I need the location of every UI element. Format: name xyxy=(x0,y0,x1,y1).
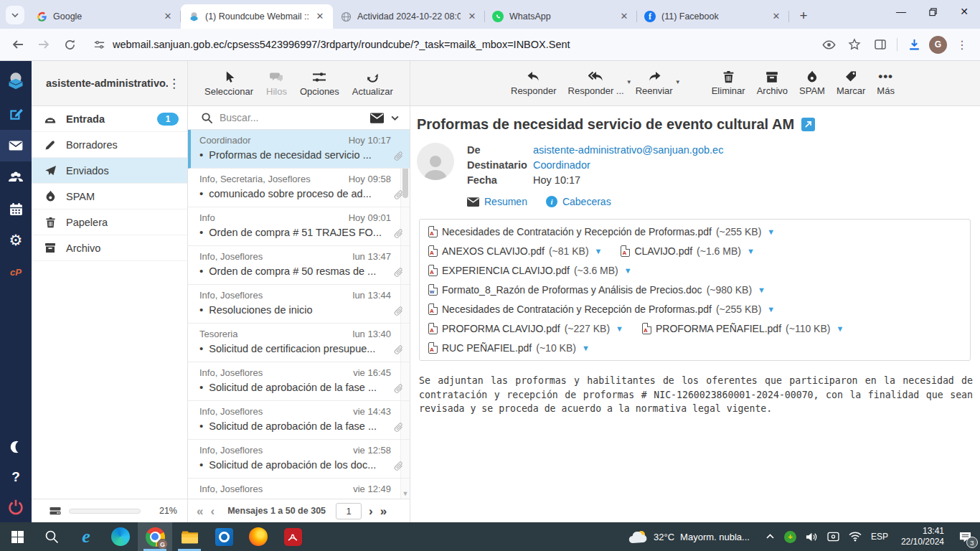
attachment-menu-caret[interactable]: ▼ xyxy=(767,305,775,314)
tab-close-icon[interactable]: ✕ xyxy=(162,11,174,22)
tab-whatsapp[interactable]: WhatsApp ✕ xyxy=(485,4,637,29)
forward-menu-caret[interactable]: ▼ xyxy=(675,79,681,85)
reload-button[interactable] xyxy=(59,34,80,55)
tab-google[interactable]: Google ✕ xyxy=(29,4,181,29)
profile-avatar[interactable]: G xyxy=(929,36,947,54)
unread-dot-icon[interactable]: • xyxy=(199,187,203,199)
message-row[interactable]: Info, Joseflores vie 12:49 • xyxy=(188,479,410,499)
message-row[interactable]: Coordinador Hoy 10:17 • Proformas de nec… xyxy=(188,130,410,169)
message-row[interactable]: Info, Joseflores lun 13:47 • Orden de co… xyxy=(188,246,410,285)
antivirus-tray-icon[interactable]: + xyxy=(784,531,796,543)
message-row[interactable]: Info, Joseflores vie 12:58 • Solicitud d… xyxy=(188,440,410,479)
next-page-icon[interactable]: › xyxy=(369,505,373,517)
reply-all-menu-caret[interactable]: ▼ xyxy=(626,79,632,85)
tab-actividad[interactable]: Actividad 2024-10-22 08:00 ✕ xyxy=(333,4,485,29)
tab-roundcube-active[interactable]: (1) Roundcube Webmail :: En ✕ xyxy=(181,4,333,29)
attachment[interactable]: A PROFORMA PEÑAFIEL.pdf (~110 KB) ▼ xyxy=(642,323,844,334)
attachment[interactable]: A ANEXOS CLAVIJO.pdf (~81 KB) ▼ xyxy=(428,245,602,257)
attachment-name[interactable]: RUC PEÑAFIEL.pdf xyxy=(442,342,532,354)
to-address-link[interactable]: Coordinador xyxy=(533,159,590,171)
folder-spam[interactable]: SPAM xyxy=(32,184,187,209)
page-number-input[interactable]: 1 xyxy=(336,503,362,519)
downloads-button[interactable] xyxy=(903,34,925,55)
new-tab-button[interactable]: + xyxy=(793,6,814,26)
unread-dot-icon[interactable]: • xyxy=(199,420,203,432)
threads-button[interactable]: Hilos xyxy=(266,70,287,97)
help-button[interactable]: ? xyxy=(0,462,32,492)
from-address-link[interactable]: asistente-administrativo@sanjuan.gob.ec xyxy=(533,144,723,156)
internet-explorer-button[interactable]: e xyxy=(69,522,103,551)
display-tray-icon[interactable] xyxy=(827,532,839,542)
mail-nav-button[interactable] xyxy=(0,130,32,161)
folder-enviados[interactable]: Enviados xyxy=(32,158,187,184)
select-button[interactable]: Seleccionar xyxy=(204,70,253,97)
attachment[interactable]: w Formato_8_Razón de Proformas y Análisi… xyxy=(428,284,765,296)
acrobat-button[interactable] xyxy=(275,522,310,551)
attachment-name[interactable]: EXPERIENCIA CLAVIJO.pdf xyxy=(442,265,570,276)
cpanel-link[interactable]: cP xyxy=(0,256,32,288)
attachment-name[interactable]: Necesidades de Contratación y Recepción … xyxy=(442,303,712,315)
settings-nav-button[interactable]: ⚙ xyxy=(0,225,32,256)
taskbar-search-button[interactable] xyxy=(34,522,69,551)
omnibox[interactable]: webmail.sanjuan.gob.ec/cpsess5423996997/… xyxy=(85,33,814,56)
message-row[interactable]: Info, Joseflores vie 14:43 • Solicitud d… xyxy=(188,401,410,440)
attachment[interactable]: A Necesidades de Contratación y Recepció… xyxy=(428,303,775,315)
attachment-menu-caret[interactable]: ▼ xyxy=(747,247,755,255)
unread-dot-icon[interactable]: • xyxy=(199,265,203,277)
mark-button[interactable]: Marcar xyxy=(837,70,865,96)
firefox-button[interactable] xyxy=(241,522,275,551)
archive-button[interactable]: Archivo xyxy=(757,71,788,96)
folder-borradores[interactable]: Borradores xyxy=(32,132,187,158)
action-center-button[interactable]: 3 xyxy=(950,522,980,551)
tab-facebook[interactable]: f (11) Facebook ✕ xyxy=(637,4,789,29)
attachment-menu-caret[interactable]: ▼ xyxy=(836,324,844,333)
account-menu-button[interactable]: ⋮ xyxy=(168,76,180,91)
minimize-button[interactable]: — xyxy=(885,0,917,23)
tab-close-icon[interactable]: ✕ xyxy=(618,11,630,22)
reply-button[interactable]: Responder xyxy=(511,70,557,96)
taskbar-clock[interactable]: 13:41 22/10/2024 xyxy=(895,526,950,547)
spam-button[interactable]: SPAM xyxy=(799,70,825,96)
tab-close-icon[interactable]: ✕ xyxy=(314,11,326,22)
attachment-menu-caret[interactable]: ▼ xyxy=(595,247,603,255)
delete-button[interactable]: Eliminar xyxy=(712,70,745,96)
language-indicator[interactable]: ESP xyxy=(871,532,888,542)
file-explorer-button[interactable] xyxy=(172,522,207,551)
contacts-nav-button[interactable] xyxy=(0,161,32,193)
outlook-button[interactable] xyxy=(207,522,241,551)
wifi-icon[interactable] xyxy=(849,532,862,542)
message-list[interactable]: ▲ ▼ Coordinador Hoy 10:17 • Proformas de… xyxy=(188,130,410,499)
restore-button[interactable] xyxy=(917,0,948,23)
last-page-icon[interactable]: » xyxy=(380,505,387,517)
forward-button[interactable]: Reenviar ▼ xyxy=(636,70,673,96)
folder-papelera[interactable]: Papelera xyxy=(32,209,187,235)
compose-button[interactable] xyxy=(0,98,32,130)
calendar-nav-button[interactable] xyxy=(0,193,32,225)
options-button[interactable]: Opciones xyxy=(300,70,339,97)
message-row[interactable]: Tesoreria lun 13:40 • Solicitud de certi… xyxy=(188,324,410,362)
attachment-menu-caret[interactable]: ▼ xyxy=(758,286,765,294)
bookmark-star-button[interactable] xyxy=(844,34,865,55)
attachment[interactable]: A RUC PEÑAFIEL.pdf (~10 KB) ▼ xyxy=(428,342,590,354)
search-bar[interactable]: Buscar... xyxy=(188,106,410,130)
forward-button[interactable] xyxy=(33,34,55,55)
more-button[interactable]: ••• Más xyxy=(877,70,895,96)
attachment[interactable]: A Necesidades de Contratación y Recepció… xyxy=(428,226,775,237)
folder-entrada[interactable]: Entrada 1 xyxy=(32,106,187,132)
unread-dot-icon[interactable]: • xyxy=(199,226,203,238)
search-options-chevron-icon[interactable] xyxy=(390,113,400,123)
tray-chevron-up-icon[interactable] xyxy=(765,533,775,540)
attachment-name[interactable]: ANEXOS CLAVIJO.pdf xyxy=(442,245,545,257)
weather-widget[interactable]: 32°C Mayorm. nubla... xyxy=(619,529,758,545)
logout-button[interactable] xyxy=(0,492,32,522)
side-panel-button[interactable] xyxy=(870,34,891,55)
prev-page-icon[interactable]: ‹ xyxy=(210,505,215,517)
edge-button[interactable] xyxy=(103,522,138,551)
unread-dot-icon[interactable]: • xyxy=(199,458,203,471)
refresh-button[interactable]: Actualizar xyxy=(352,70,393,97)
attachment-name[interactable]: Necesidades de Contratación y Recepción … xyxy=(442,226,712,237)
tab-close-icon[interactable]: ✕ xyxy=(771,11,782,22)
unread-dot-icon[interactable]: • xyxy=(199,342,203,354)
attachment-name[interactable]: Formato_8_Razón de Proformas y Análisis … xyxy=(442,284,702,296)
attachment-name[interactable]: CLAVIJO.pdf xyxy=(634,245,692,257)
